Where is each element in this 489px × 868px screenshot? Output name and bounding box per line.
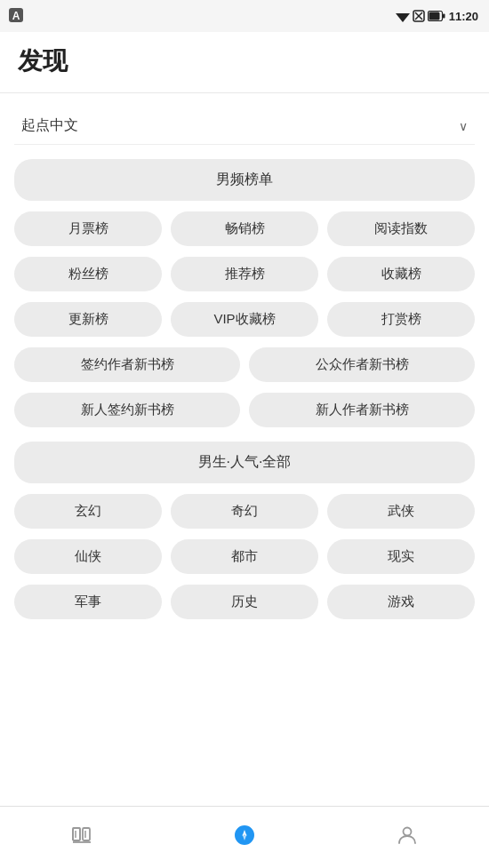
page-header: 发现: [0, 32, 489, 93]
svg-text:A: A: [12, 10, 20, 22]
svg-marker-2: [396, 13, 410, 22]
xuanhuan-btn[interactable]: 玄幻: [14, 494, 162, 529]
person-icon: [396, 824, 419, 852]
chevron-down-icon: ∨: [459, 119, 468, 133]
status-right-icons: 11:20: [396, 10, 478, 23]
status-time: 11:20: [449, 10, 478, 23]
bestseller-btn[interactable]: 畅销榜: [171, 211, 318, 246]
recommend-btn[interactable]: 推荐榜: [171, 257, 318, 291]
svg-point-15: [236, 826, 253, 844]
monthly-ticket-btn[interactable]: 月票榜: [14, 211, 162, 246]
charts-row-1: 月票榜 畅销榜 阅读指数: [14, 211, 475, 246]
genres-row-2: 仙侠 都市 现实: [14, 539, 475, 574]
status-app-icon: A: [7, 6, 25, 27]
xianxia-btn[interactable]: 仙侠: [14, 539, 162, 574]
nav-bookshelf[interactable]: [0, 807, 163, 868]
svg-point-18: [404, 827, 412, 835]
nav-discover[interactable]: [163, 807, 325, 868]
game-btn[interactable]: 游戏: [327, 585, 475, 619]
dropdown-label: 起点中文: [21, 116, 78, 135]
svg-rect-10: [73, 828, 80, 840]
wuxia-btn[interactable]: 武侠: [327, 494, 475, 529]
main-content: 起点中文 ∨ 男频榜单 月票榜 畅销榜 阅读指数 粉丝榜 推荐榜 收藏榜 更新榜…: [0, 93, 489, 806]
male-charts-btn[interactable]: 男频榜单: [14, 159, 475, 201]
military-btn[interactable]: 军事: [14, 585, 162, 619]
favorites-btn[interactable]: 收藏榜: [327, 257, 475, 291]
charts-row-2: 粉丝榜 推荐榜 收藏榜: [14, 257, 475, 291]
newbie-author-btn[interactable]: 新人作者新书榜: [249, 393, 475, 427]
bookshelf-icon: [70, 824, 93, 852]
bottom-nav: [0, 806, 489, 868]
charts-row-3: 更新榜 VIP收藏榜 打赏榜: [14, 302, 475, 337]
qihuan-btn[interactable]: 奇幻: [171, 494, 318, 529]
nav-profile[interactable]: [326, 807, 489, 868]
compass-icon: [233, 824, 256, 852]
update-chart-btn[interactable]: 更新榜: [14, 302, 162, 337]
charts-row-5: 新人签约新书榜 新人作者新书榜: [14, 393, 475, 427]
reading-index-btn[interactable]: 阅读指数: [327, 211, 475, 246]
genres-row-3: 军事 历史 游戏: [14, 585, 475, 619]
xianshi-btn[interactable]: 现实: [327, 539, 475, 574]
charts-row-4: 签约作者新书榜 公众作者新书榜: [14, 347, 475, 382]
public-author-new-btn[interactable]: 公众作者新书榜: [249, 347, 475, 382]
history-btn[interactable]: 历史: [171, 585, 318, 619]
page-title: 发现: [18, 44, 471, 78]
dushi-btn[interactable]: 都市: [171, 539, 318, 574]
signed-author-new-btn[interactable]: 签约作者新书榜: [14, 347, 240, 382]
vip-favorites-btn[interactable]: VIP收藏榜: [171, 302, 318, 337]
newbie-signed-btn[interactable]: 新人签约新书榜: [14, 393, 240, 427]
svg-rect-8: [429, 12, 439, 20]
svg-rect-12: [83, 828, 90, 840]
reward-btn[interactable]: 打赏榜: [327, 302, 475, 337]
male-genres-btn[interactable]: 男生·人气·全部: [14, 442, 475, 483]
fans-chart-btn[interactable]: 粉丝榜: [14, 257, 162, 291]
source-dropdown[interactable]: 起点中文 ∨: [14, 108, 475, 145]
genres-row-1: 玄幻 奇幻 武侠: [14, 494, 475, 529]
svg-rect-9: [73, 828, 80, 840]
svg-rect-7: [443, 14, 445, 19]
status-bar: A 11:20: [0, 0, 489, 32]
